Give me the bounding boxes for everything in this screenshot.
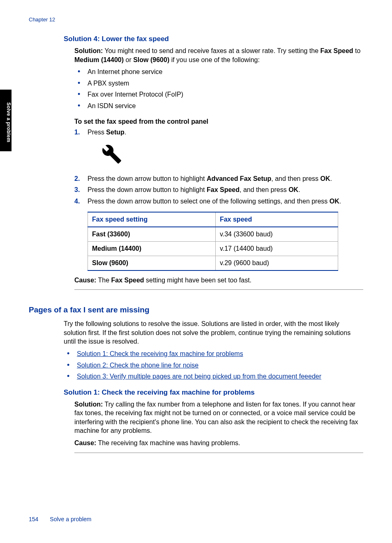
table-row: Slow (9600) v.29 (9600 baud): [88, 256, 338, 270]
solution4-bullets: An Internet phone service A PBX system F…: [74, 67, 363, 110]
table-cell: Slow (9600): [88, 256, 216, 270]
table-cell: v.34 (33600 baud): [215, 227, 338, 242]
solution4-text: Solution: You might need to send and rec…: [74, 46, 363, 64]
solution1-heading: Solution 1: Check the receiving fax mach…: [64, 388, 363, 397]
list-item: Solution 3: Verify multiple pages are no…: [64, 372, 363, 381]
solution4-heading: Solution 4: Lower the fax speed: [64, 35, 363, 43]
bullet-item: Fax over Internet Protocol (FoIP): [74, 90, 363, 99]
pages-missing-intro: Try the following solutions to resolve t…: [64, 319, 363, 346]
solution1-text: Solution: Try calling the fax number fro…: [74, 400, 363, 435]
procedure-steps: Press Setup. Press the down arrow button…: [74, 128, 363, 206]
solution-label: Solution:: [74, 47, 103, 54]
table-row: Fast (33600) v.34 (33600 baud): [88, 227, 338, 242]
table-cell: Medium (14400): [88, 241, 216, 256]
solution4-cause: Cause: The Fax Speed setting might have …: [74, 276, 363, 290]
solution1-block: Solution: Try calling the fax number fro…: [74, 400, 363, 453]
cause-label: Cause:: [74, 439, 96, 446]
table-row: Medium (14400) v.17 (14400 baud): [88, 241, 338, 256]
side-tab: Solve a problem: [0, 90, 12, 151]
step-3: Press the down arrow button to highlight…: [74, 185, 363, 194]
bullet-item: A PBX system: [74, 79, 363, 88]
procedure-heading: To set the fax speed from the control pa…: [74, 118, 363, 125]
list-item: Solution 2: Check the phone line for noi…: [64, 361, 363, 370]
solution-label: Solution:: [74, 401, 103, 408]
bullet-item: An Internet phone service: [74, 67, 363, 76]
page-footer: 154Solve a problem: [29, 516, 92, 522]
solution-link-3[interactable]: Solution 3: Verify multiple pages are no…: [77, 373, 321, 380]
list-item: Solution 1: Check the receiving fax mach…: [64, 349, 363, 358]
step-2: Press the down arrow button to highlight…: [74, 174, 363, 183]
wrench-icon: [101, 144, 363, 167]
table-cell: v.29 (9600 baud): [215, 256, 338, 270]
table-header: Fax speed setting: [88, 212, 216, 227]
page-number: 154: [29, 516, 38, 522]
solution-links-list: Solution 1: Check the receiving fax mach…: [64, 349, 363, 381]
table-header-row: Fax speed setting Fax speed: [88, 212, 338, 227]
chapter-label: Chapter 12: [29, 16, 363, 23]
solution-link-1[interactable]: Solution 1: Check the receiving fax mach…: [77, 350, 243, 357]
table-cell: Fast (33600): [88, 227, 216, 242]
cause-label: Cause:: [74, 277, 96, 284]
step-1: Press Setup.: [74, 128, 363, 167]
fax-speed-table: Fax speed setting Fax speed Fast (33600)…: [88, 212, 338, 271]
solution1-cause: Cause: The receiving fax machine was hav…: [74, 439, 363, 448]
footer-title: Solve a problem: [50, 516, 91, 522]
table-header: Fax speed: [215, 212, 338, 227]
bullet-item: An ISDN service: [74, 102, 363, 111]
solution-link-2[interactable]: Solution 2: Check the phone line for noi…: [77, 362, 198, 369]
step-4: Press the down arrow button to select on…: [74, 197, 363, 206]
table-cell: v.17 (14400 baud): [215, 241, 338, 256]
pages-missing-heading: Pages of a fax I sent are missing: [29, 305, 363, 314]
